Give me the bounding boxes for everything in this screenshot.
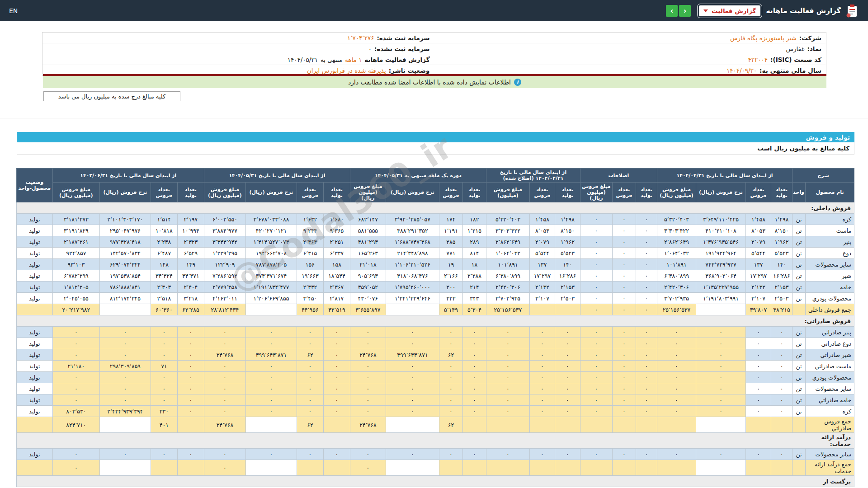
amounts-unit-note: کلیه مبالغ درج شده به میلیون ریال می باش… — [43, 91, 180, 101]
chevron-down-icon — [703, 9, 708, 12]
value-cell: ۰ — [439, 449, 462, 460]
value-cell: ۳٬۸۸۴٬۹۷۷ — [204, 225, 245, 236]
header-col: تعداد تولید — [323, 183, 350, 202]
value-cell: ۰ — [297, 361, 323, 372]
production-sales-section: تولید و فروش کلیه مبالغ به میلیون ریال ا… — [17, 132, 854, 487]
value-cell: ۲٬۴۲۰٬۳۰۶ — [657, 282, 696, 293]
info-value: غفارس — [786, 45, 804, 52]
product-name-cell: ماست صادراتي — [806, 361, 854, 372]
product-name-cell: کره — [806, 406, 854, 417]
value-cell: ۱٬۱۹۱٬۸۰۳٬۹۹۱ — [696, 293, 746, 304]
page-title: گزارش فعالیت ماهانه — [766, 7, 841, 15]
value-cell: ۱٬۲۲۹٬۲۹۵ — [204, 248, 245, 259]
value-cell: ۳٬۶۷۸٬۰۳۳٬۰۸۸ — [245, 214, 297, 225]
value-cell: ۰ — [555, 349, 580, 361]
value-cell: ۳۹۹٬۶۴۳٬۸۷۱ — [245, 349, 297, 361]
value-cell: ۳٬۱۰۷ — [529, 293, 555, 304]
value-cell: ۰ — [323, 349, 350, 361]
header-col: تعداد فروش — [151, 183, 177, 202]
value-cell: ۰ — [52, 449, 99, 460]
prev-report-button[interactable]: ‹ — [666, 5, 678, 17]
value-cell: ۰ — [350, 460, 386, 476]
product-row: دوغ صادراتيتن۰۰۰۰۰۰۰۰۰۰۰۰۰۰۰۰۰۰۰۰۰۰تولید — [16, 338, 854, 349]
value-cell: ۱٬۸۱۲٬۲۰۵ — [52, 282, 99, 293]
value-cell: ۲٬۳۶۷ — [323, 282, 350, 293]
info-label: سرمایه ثبت نشده: — [374, 45, 430, 52]
value-cell: ۰ — [636, 394, 657, 406]
value-cell: ۰ — [323, 406, 350, 417]
value-cell: ۵٬۵۲۳ — [555, 248, 580, 259]
value-cell: ۰ — [580, 449, 612, 460]
value-cell: ۰ — [580, 270, 612, 282]
value-cell: ۰ — [245, 383, 297, 394]
value-cell: ۱٬۹۶۲ — [771, 236, 793, 248]
value-cell: ۳٬۳۴۳٬۹۴۲ — [204, 236, 245, 248]
value-cell: ۰ — [657, 338, 696, 349]
value-cell: ۱٬۵۱۴ — [151, 214, 177, 225]
value-cell — [529, 417, 555, 433]
header-col: نرخ فروش (ریال) — [696, 183, 746, 202]
value-cell: ۶۲ — [297, 349, 323, 361]
total-row: جمع فروش داخلی۳۸٬۲۱۵۳۹٬۸۰۷۲۵٬۱۵۶٬۵۳۷۰۰۰۲… — [16, 304, 854, 315]
value-cell: ۳٬۷۰۲٬۹۳۵ — [486, 293, 529, 304]
value-cell: ۰ — [529, 394, 555, 406]
value-cell: ۲٬۳۰۳ — [151, 282, 177, 293]
status-cell — [16, 460, 52, 476]
value-cell: ۳٬۶۴۹٬۱۱۰٬۴۲۵ — [696, 214, 746, 225]
value-cell: ۳٬۶۵۵٬۸۹۷ — [350, 304, 386, 315]
value-cell: ۰ — [612, 338, 636, 349]
value-cell — [486, 417, 529, 433]
unit-cell: تن — [793, 282, 806, 293]
value-cell: ۰ — [580, 338, 612, 349]
value-cell: ۱۶٬۲۸۶ — [555, 270, 580, 282]
value-cell: ۲٬۸۶۲٬۶۴۹ — [486, 236, 529, 248]
value-cell: ۰ — [636, 349, 657, 361]
value-cell: ۲٬۳۳۲ — [297, 282, 323, 293]
value-cell: ۰ — [636, 361, 657, 372]
value-cell: ۰ — [204, 383, 245, 394]
value-cell: ۰ — [696, 372, 746, 383]
next-report-button[interactable]: › — [679, 5, 691, 17]
language-toggle[interactable]: EN — [9, 0, 18, 21]
value-cell: ۸٬۱۵۰ — [771, 225, 793, 236]
value-cell: ۵٬۵۴۴ — [529, 248, 555, 259]
value-cell: ۰ — [486, 349, 529, 361]
value-cell: ۰ — [462, 449, 486, 460]
value-cell: ۰ — [612, 248, 636, 259]
header-col: تعداد تولید — [636, 183, 657, 202]
value-cell — [580, 460, 612, 476]
value-cell: ۸۱۴ — [462, 248, 486, 259]
value-cell: ۳٬۷۰۲٬۹۳۵ — [657, 293, 696, 304]
report-type-dropdown[interactable]: گزارش فعالیت — [699, 5, 760, 16]
value-cell: ۳٬۲۱۸ — [177, 293, 204, 304]
product-row: محصولات پودريتن۲٬۵۰۳۳٬۱۰۷۱٬۱۹۱٬۸۰۳٬۹۹۱۳٬… — [16, 293, 854, 304]
value-cell: ۱۰۱٬۸۹۱ — [657, 259, 696, 270]
value-cell: ۰ — [612, 449, 636, 460]
value-cell — [771, 460, 793, 476]
value-cell: ۰ — [657, 383, 696, 394]
value-cell: ۳۹٬۸۰۷ — [746, 304, 771, 315]
header-col: تعداد تولید — [771, 183, 793, 202]
header-col: تعداد فروش — [529, 183, 555, 202]
value-cell: ۱۳۷ — [746, 259, 771, 270]
product-name-cell: سایر محصولات — [806, 383, 854, 394]
value-cell: ۰ — [99, 372, 151, 383]
value-cell: ۰ — [696, 327, 746, 338]
value-cell: ۲٬۵۱۸ — [151, 293, 177, 304]
value-cell: ۲٬۱۹۷ — [177, 214, 204, 225]
product-name-cell: سایر محصولات — [806, 259, 854, 270]
header-col: نرخ فروش (ریال) — [99, 183, 151, 202]
total-row: جمع فروش صادراتي۶۲۲۴٬۷۶۸۶۲۲۴٬۷۶۸۴۰۱۸۲۴٬۷… — [16, 417, 854, 433]
value-cell: ۰ — [439, 383, 462, 394]
value-cell: ۲۸۹ — [462, 236, 486, 248]
value-cell: ۰ — [636, 248, 657, 259]
value-cell: ۴۰۱ — [151, 417, 177, 433]
value-cell: ۱۸٬۵۴۴ — [323, 270, 350, 282]
value-cell: ۶۰٬۳۶۰ — [151, 304, 177, 315]
header-status: وضعیت محصول-واحد — [16, 169, 52, 202]
value-cell: ۱٬۳۷۶٬۹۳۵٬۵۴۶ — [696, 236, 746, 248]
value-cell: ۰ — [245, 361, 297, 372]
value-cell: ۰ — [297, 338, 323, 349]
value-cell: ۲٬۰۷۹ — [746, 236, 771, 248]
value-cell: ۲۹۸٬۳۰۹٬۸۵۹ — [99, 361, 151, 372]
